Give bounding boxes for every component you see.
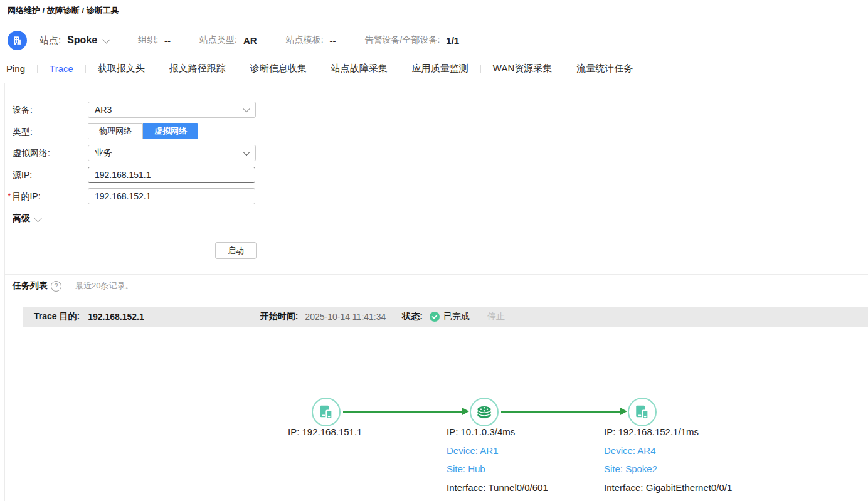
task-list-header: 任务列表 ? 最近20条记录。: [13, 280, 133, 292]
site-template-label: 站点模板:: [286, 34, 324, 46]
node-info-destination: IP: 192.168.152.1/1ms Device: AR4 Site: …: [604, 426, 732, 500]
trace-hop-arrow-2: [501, 411, 622, 413]
tab-separator: [238, 65, 238, 73]
chevron-down-icon: [34, 214, 42, 222]
device-label: 设备:: [13, 105, 33, 116]
site-template-field: 站点模板: --: [286, 34, 336, 46]
stop-button[interactable]: 停止: [487, 311, 505, 322]
task-list-note: 最近20条记录。: [75, 280, 133, 292]
site-value: Spoke: [67, 34, 97, 46]
node-site-link[interactable]: Site: Hub: [447, 463, 548, 482]
tab-separator: [480, 65, 481, 73]
trace-hop-arrow-1: [343, 411, 463, 413]
device-select[interactable]: AR3: [88, 102, 256, 118]
node-ip: IP: 192.168.152.1/1ms: [604, 426, 732, 445]
network-type-toggle: 物理网络 虚拟网络: [88, 123, 198, 139]
check-circle-icon: [430, 312, 440, 322]
tab-separator: [85, 65, 86, 73]
trace-task-header: Trace 目的: 192.168.152.1 开始时间: 2025-10-14…: [23, 307, 868, 327]
required-asterisk: *: [8, 191, 11, 201]
org-value: --: [164, 35, 171, 46]
topology-node-hub-router[interactable]: [470, 398, 499, 426]
org-label: 组织:: [138, 34, 158, 46]
tab-separator: [37, 65, 38, 73]
type-label: 类型:: [13, 127, 33, 138]
site-type-label: 站点类型:: [199, 34, 237, 46]
site-selector[interactable]: 站点: Spoke: [40, 34, 109, 46]
site-label: 站点:: [40, 34, 61, 46]
advanced-toggle[interactable]: 高级: [13, 213, 41, 224]
status-value: 已完成: [443, 311, 470, 322]
start-time-label: 开始时间:: [260, 311, 299, 322]
physical-network-button[interactable]: 物理网络: [88, 123, 143, 139]
node-site-link[interactable]: Site: Spoke2: [604, 463, 732, 482]
dest-ip-label-text: 目的IP:: [12, 191, 40, 201]
status-badge: 已完成: [430, 311, 470, 322]
diagnostic-tabs: Ping Trace 获取报文头 报文路径跟踪 诊断信息收集 站点故障采集 应用…: [6, 63, 633, 75]
tab-separator: [400, 65, 400, 73]
breadcrumb: 网络维护 / 故障诊断 / 诊断工具: [8, 5, 119, 16]
section-divider: [5, 274, 868, 275]
node-interface: Interface: Tunnel0/0/601: [447, 482, 548, 501]
tab-trace[interactable]: Trace: [50, 63, 73, 74]
topology-node-destination[interactable]: [628, 398, 657, 426]
start-button[interactable]: 启动: [215, 242, 257, 259]
tab-separator: [319, 65, 319, 73]
virtual-network-select[interactable]: 业务: [88, 145, 256, 161]
device-select-value: AR3: [95, 105, 112, 115]
node-interface: Interface: GigabitEthernet0/0/1: [604, 482, 732, 501]
diagnostic-tools-page: 网络维护 / 故障诊断 / 诊断工具 站点: Spoke 组织: -- 站点类型…: [0, 0, 868, 501]
site-type-field: 站点类型: AR: [199, 34, 257, 46]
trace-target-value: 192.168.152.1: [88, 312, 144, 322]
tab-packet-header[interactable]: 获取报文头: [98, 63, 145, 75]
site-type-value: AR: [243, 35, 257, 46]
site-template-value: --: [330, 35, 336, 46]
dest-ip-input[interactable]: [88, 188, 255, 204]
question-mark-icon[interactable]: ?: [51, 281, 61, 292]
tab-traffic-stats[interactable]: 流量统计任务: [576, 63, 633, 75]
chevron-down-icon: [243, 149, 250, 156]
task-list-title: 任务列表: [13, 280, 48, 292]
source-ip-input[interactable]: [88, 167, 255, 183]
tab-ping[interactable]: Ping: [6, 63, 25, 74]
tab-packet-path[interactable]: 报文路径跟踪: [169, 63, 226, 75]
tab-site-fault[interactable]: 站点故障采集: [331, 63, 388, 75]
tab-app-quality[interactable]: 应用质量监测: [412, 63, 468, 75]
alarm-devices-label: 告警设备/全部设备:: [365, 34, 440, 46]
source-ip-label: 源IP:: [13, 170, 32, 181]
org-field: 组织: --: [138, 34, 171, 46]
tab-separator: [157, 65, 157, 73]
site-building-icon: [8, 31, 27, 50]
site-header: 站点: Spoke 组织: -- 站点类型: AR 站点模板: -- 告警设备/…: [8, 28, 488, 52]
chevron-down-icon: [102, 35, 110, 43]
trace-result-panel: [23, 327, 868, 501]
node-ip: IP: 192.168.151.1: [288, 426, 362, 445]
virtual-network-button[interactable]: 虚拟网络: [143, 123, 198, 139]
dest-ip-label: *目的IP:: [8, 191, 41, 203]
start-time-value: 2025-10-14 11:41:34: [305, 312, 386, 322]
advanced-label: 高级: [13, 213, 30, 224]
trace-target-label: Trace 目的:: [34, 311, 80, 322]
virtual-network-label: 虚拟网络:: [13, 148, 50, 159]
terminal-device-icon: [318, 404, 334, 420]
status-label: 状态:: [402, 311, 423, 322]
chevron-down-icon: [243, 105, 250, 112]
tab-separator: [564, 65, 564, 73]
node-device-link[interactable]: Device: AR4: [604, 445, 732, 464]
topology-node-source[interactable]: [312, 398, 341, 426]
alarm-devices-field: 告警设备/全部设备: 1/1: [365, 34, 460, 46]
node-device-link[interactable]: Device: AR1: [447, 445, 548, 464]
alarm-devices-value: 1/1: [446, 35, 459, 46]
node-ip: IP: 10.1.0.3/4ms: [447, 426, 548, 445]
router-icon: [475, 404, 493, 420]
virtual-network-select-value: 业务: [95, 147, 112, 159]
tab-diagnostic-info[interactable]: 诊断信息收集: [250, 63, 307, 75]
node-info-hub: IP: 10.1.0.3/4ms Device: AR1 Site: Hub I…: [447, 426, 548, 500]
terminal-device-icon: [634, 404, 650, 420]
node-info-source: IP: 192.168.151.1: [288, 426, 362, 445]
tab-wan-resource[interactable]: WAN资源采集: [493, 63, 552, 75]
